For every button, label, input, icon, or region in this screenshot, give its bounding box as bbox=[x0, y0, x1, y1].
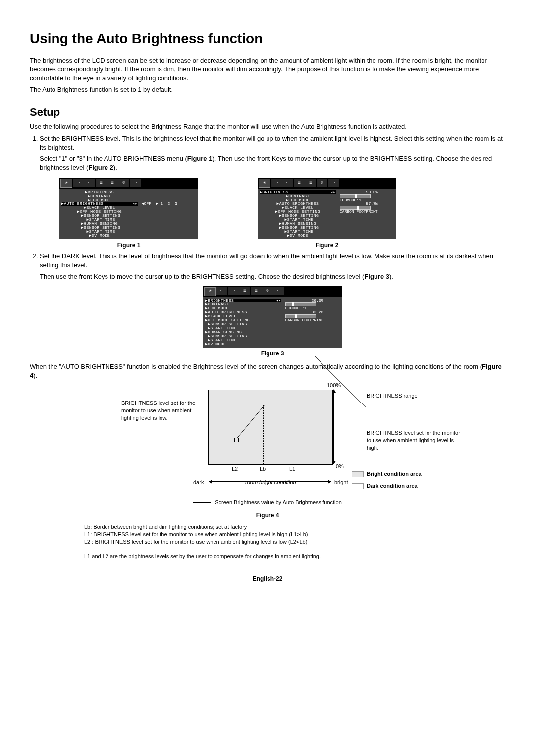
auto-brightness-paragraph: When the "AUTO BRIGHTNESS" function is e… bbox=[30, 362, 505, 380]
svg-line-0 bbox=[236, 405, 265, 440]
figure-1: ☀ ▭ ▭ ≣ ≣ ⎋ ▭ ▶BRIGHTNESS ▶CONTRAST ▶ECO… bbox=[59, 178, 198, 249]
notes-block: Lb: Border between bright and dim lighti… bbox=[84, 523, 505, 560]
tab-icon: ▭ bbox=[271, 179, 282, 187]
tab-icon: ▭ bbox=[282, 179, 293, 187]
auto-para-end: ). bbox=[33, 372, 37, 379]
label-low-brightness: BRIGHTNESS level set for the monitor to … bbox=[121, 400, 206, 422]
auto-para-pre: When the "AUTO BRIGHTNESS" function is e… bbox=[30, 363, 482, 370]
label-dark-area: Dark condition area bbox=[367, 482, 466, 490]
step-1: Set the BRIGHTNESS level. This is the br… bbox=[40, 134, 505, 249]
osd-right-panel: ◀OFF ▶ 1 2 3 bbox=[140, 189, 179, 239]
legend-text: Screen Brightness value by Auto Brightne… bbox=[215, 499, 342, 506]
secondary-pct: 32.2% bbox=[312, 310, 323, 314]
tab-icon: ▭ bbox=[130, 179, 141, 187]
label-room-condition: room bright condition bbox=[245, 479, 296, 486]
figure1-ref: Figure 1 bbox=[187, 155, 213, 162]
tab-icon: ▭ bbox=[216, 287, 227, 295]
tab-icon: ⎋ bbox=[262, 287, 273, 295]
step-2-text-b: Then use the front Keys to move the curs… bbox=[40, 272, 505, 281]
page-title: Using the Auto Brightness function bbox=[30, 29, 505, 51]
osd-menu-list: ▶BRIGHTNESS ◂▸ ▶CONTRAST ▶ECO MODE ▶AUTO… bbox=[258, 189, 338, 239]
osd-screenshot-2: ☀ ▭ ▭ ≣ ≣ ⎋ ▭ ▶BRIGHTNESS ◂▸ ▶CONTRAST ▶… bbox=[258, 178, 396, 239]
step-2-text-a: Set the DARK level. This is the level of… bbox=[40, 252, 493, 269]
tab-icon: ≣ bbox=[107, 179, 118, 187]
note-l2: L2 : BRIGHTNESS level set for the monito… bbox=[84, 538, 505, 546]
tab-icon: ▭ bbox=[73, 179, 84, 187]
tab-icon: ⎋ bbox=[317, 179, 327, 187]
osd-tab-bar: ☀ ▭ ▭ ≣ ≣ ⎋ ▭ bbox=[203, 286, 342, 297]
step1b-pre: Select "1" or "3" in the AUTO BRIGHTNESS… bbox=[40, 155, 187, 162]
osd-tab-bar: ☀ ▭ ▭ ≣ ≣ ⎋ ▭ bbox=[59, 178, 198, 189]
tab-icon: ≣ bbox=[239, 287, 250, 295]
setup-heading: Setup bbox=[30, 105, 505, 120]
brightness-value: 20.0% bbox=[312, 298, 323, 302]
label-0pct: 0% bbox=[336, 463, 344, 470]
tab-icon: ≣ bbox=[305, 179, 316, 187]
osd-menu-list: ▶BRIGHTNESS ◂▸ ▶CONTRAST ▶ECO MODE ▶AUTO… bbox=[203, 297, 283, 348]
figure-4-diagram: 100% 0% BRIGHTNESS level set for the mon… bbox=[104, 385, 431, 518]
step-1-text-a: Set the BRIGHTNESS level. This is the br… bbox=[40, 135, 503, 151]
tab-icon: ⎋ bbox=[118, 179, 129, 187]
tab-icon: ≣ bbox=[96, 179, 107, 187]
label-l1: L1 bbox=[289, 465, 295, 473]
label-100pct: 100% bbox=[327, 382, 341, 389]
auto-brightness-options: ◀OFF ▶ 1 2 3 bbox=[142, 202, 177, 206]
carbon-footprint-label: CARBON FOOTPRINT bbox=[285, 318, 323, 322]
intro-paragraph-1: The brightness of the LCD screen can be … bbox=[30, 56, 505, 83]
label-dark: dark bbox=[193, 479, 204, 486]
tab-icon: ▭ bbox=[273, 287, 284, 295]
osd-menu-list: ▶BRIGHTNESS ▶CONTRAST ▶ECO MODE ▶AUTO BR… bbox=[59, 189, 140, 239]
secondary-pct: 57.7% bbox=[366, 202, 378, 206]
step-1-text-b: Select "1" or "3" in the AUTO BRIGHTNESS… bbox=[40, 154, 505, 172]
brightness-tab-icon: ☀ bbox=[204, 287, 216, 296]
figure-2-caption: Figure 2 bbox=[258, 241, 396, 249]
osd-right-panel: 20.0% ECOMODE:1 32.2% CARBON FOOTPRINT bbox=[283, 297, 325, 348]
carbon-footprint-label: CARBON FOOTPRINT bbox=[340, 209, 378, 214]
intro-paragraph-2: The Auto Brightness function is set to 1… bbox=[30, 85, 505, 94]
figure-1-caption: Figure 1 bbox=[59, 241, 198, 249]
figure-2: ☀ ▭ ▭ ≣ ≣ ⎋ ▭ ▶BRIGHTNESS ◂▸ ▶CONTRAST ▶… bbox=[258, 178, 396, 249]
label-bright-area: Bright condition area bbox=[367, 470, 466, 478]
step2b-end: ). bbox=[389, 273, 393, 280]
step-2: Set the DARK level. This is the level of… bbox=[40, 252, 505, 357]
figure2-ref: Figure 2 bbox=[88, 164, 113, 171]
label-high-brightness: BRIGHTNESS level set for the monitor to … bbox=[367, 429, 466, 452]
label-brightness-range: BRIGHTNESS range bbox=[367, 392, 466, 400]
tab-icon: ≣ bbox=[251, 287, 262, 295]
figure3-ref: Figure 3 bbox=[364, 273, 389, 280]
step1b-end: ). bbox=[113, 164, 117, 171]
plot-area bbox=[208, 390, 333, 465]
osd-right-panel: 50.0% ECOMODE:1 57.7% CARBON FOOTPRINT bbox=[338, 189, 380, 239]
osd-screenshot-3: ☀ ▭ ▭ ≣ ≣ ⎋ ▭ ▶BRIGHTNESS ◂▸ ▶CONTRAST ▶… bbox=[203, 286, 342, 348]
brightness-tab-icon: ☀ bbox=[60, 179, 72, 188]
tab-icon: ≣ bbox=[294, 179, 305, 187]
label-bright: bright bbox=[334, 479, 348, 486]
legend-line-icon bbox=[193, 502, 211, 503]
note-lb: Lb: Border between bright and dim lighti… bbox=[84, 523, 505, 531]
brightness-tab-icon: ☀ bbox=[259, 179, 270, 188]
page-footer: English-22 bbox=[30, 575, 505, 583]
figure-3-caption: Figure 3 bbox=[261, 350, 284, 357]
ecomode-label: ECOMODE:1 bbox=[340, 198, 361, 202]
setup-intro: Use the following procedures to select t… bbox=[30, 122, 505, 131]
note-l1: L1: BRIGHTNESS level set for the monitor… bbox=[84, 531, 505, 538]
tab-icon: ▭ bbox=[328, 179, 339, 187]
tab-icon: ▭ bbox=[228, 287, 239, 295]
osd-tab-bar: ☀ ▭ ▭ ≣ ≣ ⎋ ▭ bbox=[258, 178, 396, 189]
brightness-value: 50.0% bbox=[366, 190, 378, 194]
note-final: L1 and L2 are the brightness levels set … bbox=[84, 553, 505, 560]
tab-icon: ▭ bbox=[84, 179, 95, 187]
label-l2: L2 bbox=[232, 465, 238, 473]
ecomode-label: ECOMODE:1 bbox=[285, 306, 307, 310]
step2b-pre: Then use the front Keys to move the curs… bbox=[40, 273, 364, 280]
label-lb: Lb bbox=[260, 465, 266, 473]
figure-4-caption: Figure 4 bbox=[104, 511, 431, 519]
osd-screenshot-1: ☀ ▭ ▭ ≣ ≣ ⎋ ▭ ▶BRIGHTNESS ▶CONTRAST ▶ECO… bbox=[59, 178, 198, 239]
